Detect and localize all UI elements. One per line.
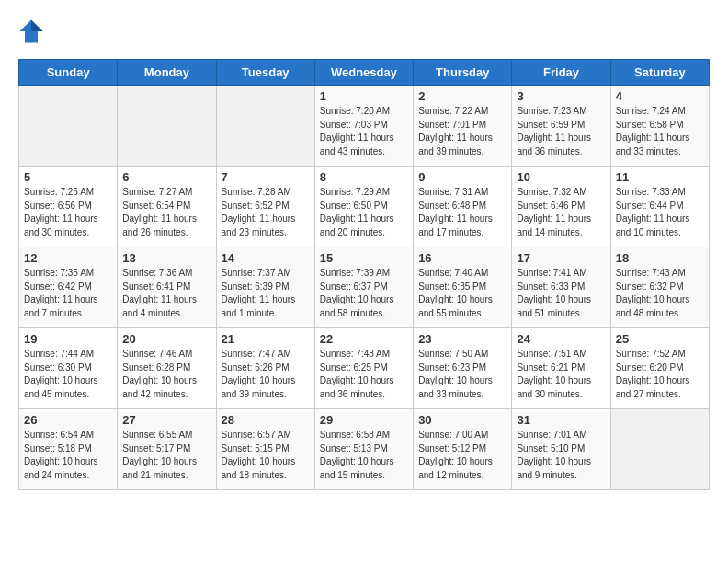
calendar-cell: 13Sunrise: 7:36 AM Sunset: 6:41 PM Dayli…	[118, 247, 216, 328]
day-number: 21	[222, 332, 310, 346]
calendar-cell: 27Sunrise: 6:55 AM Sunset: 5:17 PM Dayli…	[118, 409, 216, 490]
logo	[18, 18, 48, 44]
cell-content: Sunrise: 7:35 AM Sunset: 6:42 PM Dayligh…	[24, 267, 112, 320]
cell-content: Sunrise: 7:37 AM Sunset: 6:39 PM Dayligh…	[222, 267, 310, 320]
day-number: 5	[24, 170, 112, 184]
cell-content: Sunrise: 7:41 AM Sunset: 6:33 PM Dayligh…	[517, 267, 605, 320]
cell-content: Sunrise: 7:36 AM Sunset: 6:41 PM Dayligh…	[122, 267, 210, 320]
calendar-cell: 22Sunrise: 7:48 AM Sunset: 6:25 PM Dayli…	[314, 328, 413, 409]
day-number: 27	[122, 413, 210, 427]
cell-content: Sunrise: 7:28 AM Sunset: 6:52 PM Dayligh…	[222, 186, 310, 239]
calendar-cell: 10Sunrise: 7:32 AM Sunset: 6:46 PM Dayli…	[512, 167, 610, 247]
calendar-table: SundayMondayTuesdayWednesdayThursdayFrid…	[18, 59, 710, 490]
day-number: 14	[222, 251, 310, 265]
day-number: 2	[418, 89, 506, 103]
calendar-cell: 21Sunrise: 7:47 AM Sunset: 6:26 PM Dayli…	[216, 328, 314, 409]
cell-content: Sunrise: 7:43 AM Sunset: 6:32 PM Dayligh…	[616, 267, 704, 320]
day-number: 3	[517, 89, 605, 103]
cell-content: Sunrise: 7:23 AM Sunset: 6:59 PM Dayligh…	[517, 105, 605, 158]
day-number: 28	[222, 413, 310, 427]
day-of-week-header: Tuesday	[216, 60, 314, 86]
day-number: 8	[320, 170, 408, 184]
calendar-cell: 5Sunrise: 7:25 AM Sunset: 6:56 PM Daylig…	[19, 167, 118, 247]
cell-content: Sunrise: 7:22 AM Sunset: 7:01 PM Dayligh…	[418, 105, 506, 158]
day-number: 12	[24, 251, 112, 265]
cell-content: Sunrise: 7:00 AM Sunset: 5:12 PM Dayligh…	[418, 429, 506, 482]
calendar-cell: 1Sunrise: 7:20 AM Sunset: 7:03 PM Daylig…	[314, 86, 413, 167]
day-number: 25	[616, 332, 704, 346]
calendar-cell: 31Sunrise: 7:01 AM Sunset: 5:10 PM Dayli…	[512, 409, 610, 490]
calendar-cell: 4Sunrise: 7:24 AM Sunset: 6:58 PM Daylig…	[610, 86, 709, 167]
day-number: 1	[320, 89, 408, 103]
day-number: 23	[418, 332, 506, 346]
cell-content: Sunrise: 7:27 AM Sunset: 6:54 PM Dayligh…	[122, 186, 210, 239]
day-of-week-header: Friday	[512, 60, 610, 86]
cell-content: Sunrise: 7:33 AM Sunset: 6:44 PM Dayligh…	[616, 186, 704, 239]
day-number: 16	[418, 251, 506, 265]
cell-content: Sunrise: 7:24 AM Sunset: 6:58 PM Dayligh…	[616, 105, 704, 158]
calendar-body: 1Sunrise: 7:20 AM Sunset: 7:03 PM Daylig…	[19, 86, 710, 490]
cell-content: Sunrise: 6:58 AM Sunset: 5:13 PM Dayligh…	[320, 429, 408, 482]
day-of-week-header: Sunday	[19, 60, 118, 86]
calendar-cell: 19Sunrise: 7:44 AM Sunset: 6:30 PM Dayli…	[19, 328, 118, 409]
day-number: 10	[517, 170, 605, 184]
calendar-cell: 26Sunrise: 6:54 AM Sunset: 5:18 PM Dayli…	[19, 409, 118, 490]
day-number: 15	[320, 251, 408, 265]
day-number: 9	[418, 170, 506, 184]
cell-content: Sunrise: 7:52 AM Sunset: 6:20 PM Dayligh…	[616, 348, 704, 401]
cell-content: Sunrise: 6:57 AM Sunset: 5:15 PM Dayligh…	[222, 429, 310, 482]
week-row: 19Sunrise: 7:44 AM Sunset: 6:30 PM Dayli…	[19, 328, 710, 409]
day-number: 20	[122, 332, 210, 346]
day-number: 13	[122, 251, 210, 265]
calendar-cell	[118, 86, 216, 167]
week-row: 1Sunrise: 7:20 AM Sunset: 7:03 PM Daylig…	[19, 86, 710, 167]
week-row: 26Sunrise: 6:54 AM Sunset: 5:18 PM Dayli…	[19, 409, 710, 490]
calendar-cell: 18Sunrise: 7:43 AM Sunset: 6:32 PM Dayli…	[610, 247, 709, 328]
calendar-header: SundayMondayTuesdayWednesdayThursdayFrid…	[19, 60, 710, 86]
calendar-cell	[610, 409, 709, 490]
day-number: 7	[222, 170, 310, 184]
calendar-cell: 9Sunrise: 7:31 AM Sunset: 6:48 PM Daylig…	[414, 167, 512, 247]
calendar-cell: 24Sunrise: 7:51 AM Sunset: 6:21 PM Dayli…	[512, 328, 610, 409]
day-number: 4	[616, 89, 704, 103]
calendar-cell: 11Sunrise: 7:33 AM Sunset: 6:44 PM Dayli…	[610, 167, 709, 247]
calendar-cell: 2Sunrise: 7:22 AM Sunset: 7:01 PM Daylig…	[414, 86, 512, 167]
day-number: 18	[616, 251, 704, 265]
day-number: 19	[24, 332, 112, 346]
page-header	[18, 18, 710, 44]
cell-content: Sunrise: 7:48 AM Sunset: 6:25 PM Dayligh…	[320, 348, 408, 401]
day-number: 11	[616, 170, 704, 184]
calendar-cell: 28Sunrise: 6:57 AM Sunset: 5:15 PM Dayli…	[216, 409, 314, 490]
calendar-cell: 3Sunrise: 7:23 AM Sunset: 6:59 PM Daylig…	[512, 86, 610, 167]
cell-content: Sunrise: 7:51 AM Sunset: 6:21 PM Dayligh…	[517, 348, 605, 401]
calendar-cell: 25Sunrise: 7:52 AM Sunset: 6:20 PM Dayli…	[610, 328, 709, 409]
calendar-cell: 30Sunrise: 7:00 AM Sunset: 5:12 PM Dayli…	[414, 409, 512, 490]
calendar-cell: 14Sunrise: 7:37 AM Sunset: 6:39 PM Dayli…	[216, 247, 314, 328]
cell-content: Sunrise: 7:29 AM Sunset: 6:50 PM Dayligh…	[320, 186, 408, 239]
header-row: SundayMondayTuesdayWednesdayThursdayFrid…	[19, 60, 710, 86]
calendar-cell: 16Sunrise: 7:40 AM Sunset: 6:35 PM Dayli…	[414, 247, 512, 328]
day-number: 31	[517, 413, 605, 427]
cell-content: Sunrise: 7:20 AM Sunset: 7:03 PM Dayligh…	[320, 105, 408, 158]
calendar-cell: 6Sunrise: 7:27 AM Sunset: 6:54 PM Daylig…	[118, 167, 216, 247]
cell-content: Sunrise: 7:46 AM Sunset: 6:28 PM Dayligh…	[122, 348, 210, 401]
cell-content: Sunrise: 7:01 AM Sunset: 5:10 PM Dayligh…	[517, 429, 605, 482]
day-number: 22	[320, 332, 408, 346]
cell-content: Sunrise: 6:54 AM Sunset: 5:18 PM Dayligh…	[24, 429, 112, 482]
cell-content: Sunrise: 7:31 AM Sunset: 6:48 PM Dayligh…	[418, 186, 506, 239]
calendar-cell: 12Sunrise: 7:35 AM Sunset: 6:42 PM Dayli…	[19, 247, 118, 328]
cell-content: Sunrise: 7:47 AM Sunset: 6:26 PM Dayligh…	[222, 348, 310, 401]
day-number: 29	[320, 413, 408, 427]
cell-content: Sunrise: 7:39 AM Sunset: 6:37 PM Dayligh…	[320, 267, 408, 320]
cell-content: Sunrise: 7:40 AM Sunset: 6:35 PM Dayligh…	[418, 267, 506, 320]
day-number: 24	[517, 332, 605, 346]
svg-marker-1	[31, 19, 43, 31]
day-of-week-header: Thursday	[414, 60, 512, 86]
calendar-cell: 15Sunrise: 7:39 AM Sunset: 6:37 PM Dayli…	[314, 247, 413, 328]
cell-content: Sunrise: 7:32 AM Sunset: 6:46 PM Dayligh…	[517, 186, 605, 239]
calendar-cell	[216, 86, 314, 167]
cell-content: Sunrise: 7:44 AM Sunset: 6:30 PM Dayligh…	[24, 348, 112, 401]
calendar-cell: 17Sunrise: 7:41 AM Sunset: 6:33 PM Dayli…	[512, 247, 610, 328]
calendar-cell	[19, 86, 118, 167]
calendar-cell: 8Sunrise: 7:29 AM Sunset: 6:50 PM Daylig…	[314, 167, 413, 247]
